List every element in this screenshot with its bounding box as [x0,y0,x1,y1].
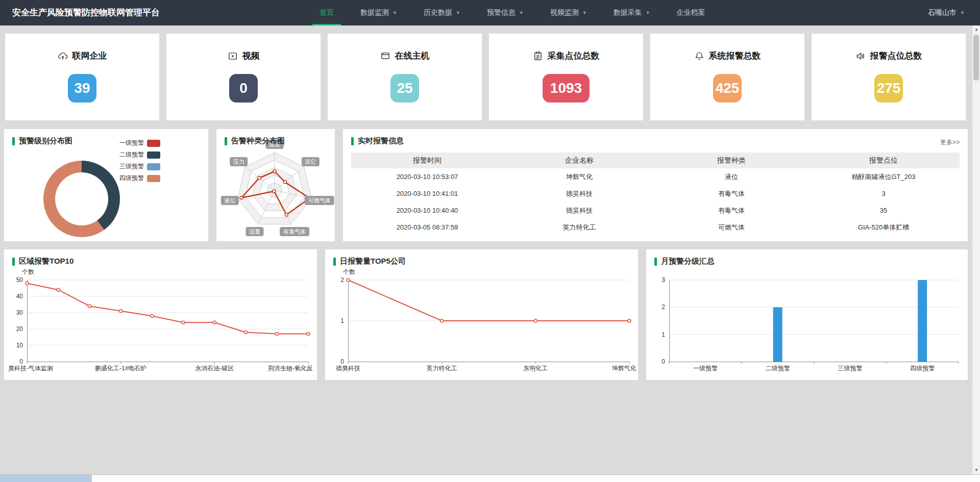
svg-text:二级预警: 二级预警 [766,365,790,372]
scroll-up-icon[interactable]: ▲ [972,26,980,34]
svg-text:个数: 个数 [21,268,34,275]
scrollbar-thumb[interactable] [973,35,979,81]
warning-level-donut [43,161,120,237]
table-cell: 坤辉气化 [503,168,655,185]
table-cell: 德昊科技 [503,185,655,202]
stat-card-connected-enterprises: 联网企业 39 [5,34,159,120]
legend-item[interactable]: 二级预警 [104,149,160,161]
panel-title: 区域报警TOP10 [19,257,74,266]
table-cell: 35 [807,202,960,219]
scroll-down-icon[interactable]: ▼ [972,466,980,474]
chevron-down-icon: ▼ [646,10,650,15]
svg-text:3: 3 [662,276,665,284]
alarm-type-panel: 告警种类分布图 温度其它可燃气体有毒气体流量液位压力 [216,129,335,241]
table-header-cell: 报警点位 [807,153,960,168]
nav-item-warning-info[interactable]: 预警信息▼ [474,0,537,26]
panel-title-marker [351,137,354,145]
legend-swatch [147,140,160,147]
stat-label: 联网企业 [72,50,107,62]
warning-level-panel: 预警级别分布图 一级预警二级预警三级预警四级预警 [4,129,208,241]
stat-value-badge: 25 [390,74,419,103]
svg-text:50: 50 [16,276,23,284]
realtime-alarm-panel: 实时报警信息 更多>> 报警时间企业名称报警种类报警点位 2020-03-10 … [343,129,968,241]
svg-text:坤辉气化: 坤辉气化 [612,365,636,372]
panel-title-marker [333,258,336,266]
table-row[interactable]: 2020-03-10 10:53:07坤辉气化液位精醇南罐液位GT_203 [351,168,960,185]
panel-title-marker [225,137,227,145]
bottom-bar [0,474,980,482]
svg-text:压力: 压力 [233,159,244,165]
panel-title-marker [654,258,657,266]
svg-text:昊科技-气体监测: 昊科技-气体监测 [8,365,53,372]
table-row[interactable]: 2020-03-10 10:41:01德昊科技有毒气体3 [351,185,960,202]
table-cell: 精醇南罐液位GT_203 [807,168,960,185]
svg-text:40: 40 [16,293,23,300]
table-cell: 英力特化工 [503,219,655,236]
legend-swatch [147,163,160,170]
region-top10-panel: 区域报警TOP10 01020304050个数昊科技-气体监测鹏盛化工-1#电石… [4,249,317,380]
main-menu: 首页 数据监测▼ 历史数据▼ 预警信息▼ 视频监测▼ 数据采集▼ 企业档案 [306,0,719,26]
table-cell: 2020-03-10 10:53:07 [351,168,503,185]
stat-label: 系统报警总数 [709,50,761,62]
table-row[interactable]: 2020-03-10 10:40:40德昊科技有毒气体35 [351,202,960,219]
table-cell: 液位 [655,168,807,185]
table-header-cell: 企业名称 [503,153,655,168]
stat-card-online-hosts: 在线主机 25 [328,34,482,120]
svg-text:2: 2 [662,303,665,311]
monitor-icon [380,51,390,61]
table-cell: 2020-03-10 10:40:40 [351,202,503,219]
table-cell: 2020-03-05 08:37:59 [351,219,503,236]
legend-item[interactable]: 一级预警 [104,137,160,149]
svg-text:个数: 个数 [342,268,355,275]
video-icon [228,51,238,61]
svg-text:1: 1 [662,331,665,338]
panel-title: 日报警量TOP5公司 [340,257,406,266]
stat-card-collect-points-total: 采集点位总数 1093 [489,34,643,120]
panel-title: 月预警分级汇总 [661,257,715,266]
table-row[interactable]: 2020-03-05 08:37:59英力特化工可燃气体GIA-520单体贮槽 [351,219,960,236]
more-link[interactable]: 更多>> [940,138,960,147]
table-body: 2020-03-10 10:53:07坤辉气化液位精醇南罐液位GT_203202… [351,168,960,236]
nav-item-history-data[interactable]: 历史数据▼ [410,0,474,26]
svg-text:1: 1 [340,317,344,324]
panel-title: 告警种类分布图 [231,136,285,146]
region-selector[interactable]: 石嘴山市 ▼ [928,0,965,26]
table-header-cell: 报警时间 [351,153,503,168]
monthly-warning-panel: 月预警分级汇总 0123一级预警二级预警三级预警四级预警 [646,249,968,380]
svg-text:30: 30 [16,309,23,316]
svg-text:0: 0 [662,358,665,365]
legend-swatch [147,175,160,182]
stat-value-badge: 1093 [543,74,590,103]
cloud-upload-icon [58,51,68,61]
nav-item-data-monitor[interactable]: 数据监测▼ [347,0,410,26]
svg-text:永润石油-罐区: 永润石油-罐区 [195,365,234,372]
stat-card-video: 视频 0 [166,34,321,120]
table-cell: GIA-520单体贮槽 [807,219,960,236]
table-header-cell: 报警种类 [655,153,807,168]
stat-card-alarm-points-total: 报警点位总数 275 [812,34,966,120]
svg-text:东明化工: 东明化工 [523,365,548,372]
legend-item[interactable]: 三级预警 [104,161,160,172]
stat-label: 视频 [242,50,260,62]
stat-value-badge: 425 [713,74,742,103]
bottom-bar-left-segment [0,475,92,482]
panel-title-marker [12,137,15,145]
chevron-down-icon: ▼ [456,10,460,15]
svg-text:液位: 液位 [224,197,235,204]
table-cell: 可燃气体 [655,219,807,236]
vertical-scrollbar[interactable]: ▲ ▼ [972,26,980,474]
nav-item-video-monitor[interactable]: 视频监测▼ [537,0,600,26]
nav-item-data-collect[interactable]: 数据采集▼ [600,0,664,26]
nav-item-enterprise-archive[interactable]: 企业档案 [664,0,719,26]
svg-text:一级预警: 一级预警 [693,365,718,372]
stat-value-badge: 0 [229,74,258,103]
legend-label: 二级预警 [119,150,144,159]
svg-text:可燃气体: 可燃气体 [308,197,331,204]
stat-value-badge: 39 [68,74,96,103]
legend-label: 一级预警 [119,139,144,147]
nav-item-home[interactable]: 首页 [306,0,347,26]
daily-top5-chart: 012个数德昊科技英力特化工东明化工坤辉气化 [325,249,638,380]
monthly-warning-bar-chart: 0123一级预警二级预警三级预警四级预警 [646,249,968,380]
table-cell: 有毒气体 [655,202,807,219]
panel-title-marker [12,258,15,266]
